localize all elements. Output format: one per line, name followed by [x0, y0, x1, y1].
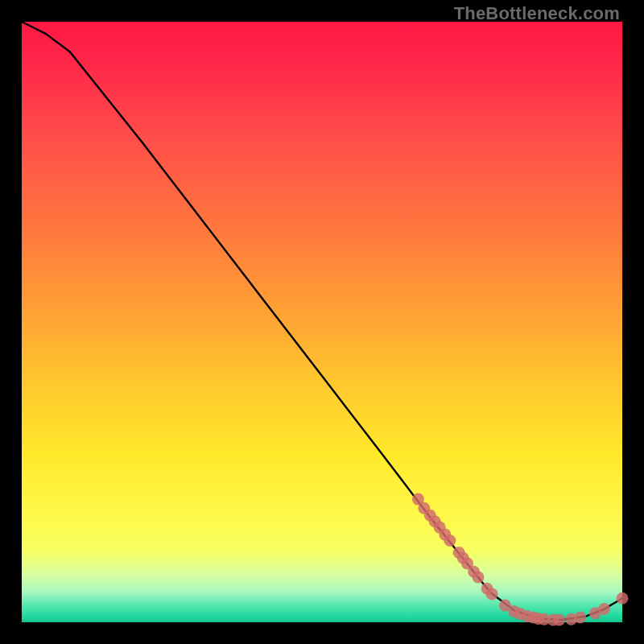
data-point: [598, 603, 610, 615]
data-point: [473, 572, 485, 584]
data-point: [553, 614, 565, 626]
data-point: [444, 535, 456, 547]
bottleneck-curve: [22, 22, 622, 620]
data-point: [574, 612, 586, 624]
data-point: [486, 588, 498, 600]
data-points-group: [412, 493, 629, 626]
data-point: [617, 592, 629, 605]
chart-plot-area: [22, 22, 622, 622]
chart-svg: [22, 22, 622, 622]
chart-stage: TheBottleneck.com: [0, 0, 644, 644]
